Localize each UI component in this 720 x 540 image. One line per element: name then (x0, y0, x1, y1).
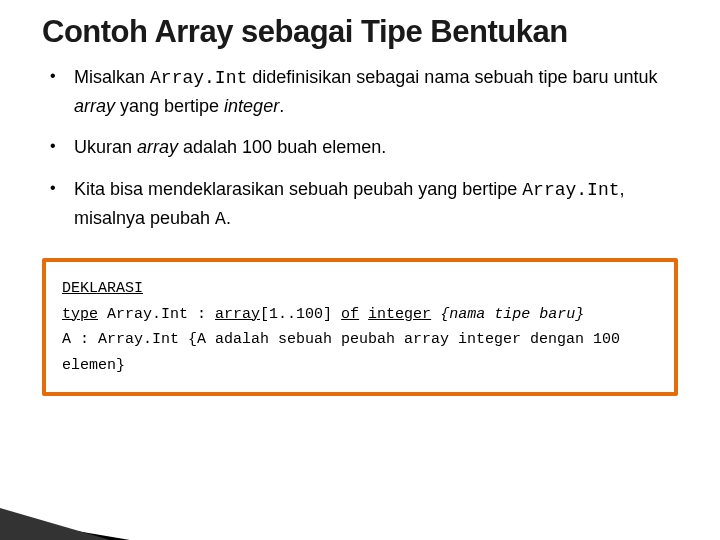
italic-text: integer (224, 96, 279, 116)
text: Misalkan (74, 67, 150, 87)
bullet-item: Kita bisa mendeklarasikan sebuah peubah … (42, 176, 678, 234)
text: adalah 100 buah elemen. (178, 137, 386, 157)
bullet-item: Misalkan Array.Int didefinisikan sebagai… (42, 64, 678, 121)
svg-marker-1 (0, 508, 110, 540)
text: Kita bisa mendeklarasikan sebuah peubah … (74, 179, 522, 199)
code-text: [1..100] (260, 306, 341, 323)
italic-text: array (137, 137, 178, 157)
code-text (359, 306, 368, 323)
keyword: type (62, 306, 98, 323)
bullet-item: Ukuran array adalah 100 buah elemen. (42, 134, 678, 162)
slide: Contoh Array sebagai Tipe Bentukan Misal… (0, 0, 720, 540)
inline-code: A (215, 209, 226, 229)
text: . (279, 96, 284, 116)
text: Ukuran (74, 137, 137, 157)
code-line: type Array.Int : array[1..100] of intege… (62, 302, 658, 328)
italic-text: array (74, 96, 115, 116)
inline-code: Array.Int (522, 180, 619, 200)
text: yang bertipe (115, 96, 224, 116)
inline-code: Array.Int (150, 68, 247, 88)
code-text: A : Array.Int {A adalah sebuah peubah ar… (62, 331, 620, 374)
decorative-wedge (0, 500, 130, 540)
keyword: array (215, 306, 260, 323)
code-text: Array.Int : (98, 306, 215, 323)
keyword: DEKLARASI (62, 280, 143, 297)
code-comment: {nama tipe baru} (440, 306, 584, 323)
slide-title: Contoh Array sebagai Tipe Bentukan (42, 14, 678, 50)
keyword: of (341, 306, 359, 323)
keyword: integer (368, 306, 431, 323)
bullet-list: Misalkan Array.Int didefinisikan sebagai… (42, 64, 678, 234)
code-line: A : Array.Int {A adalah sebuah peubah ar… (62, 327, 658, 378)
text: didefinisikan sebagai nama sebuah tipe b… (247, 67, 657, 87)
code-line: DEKLARASI (62, 276, 658, 302)
text: . (226, 208, 231, 228)
code-text (431, 306, 440, 323)
code-block: DEKLARASI type Array.Int : array[1..100]… (42, 258, 678, 396)
